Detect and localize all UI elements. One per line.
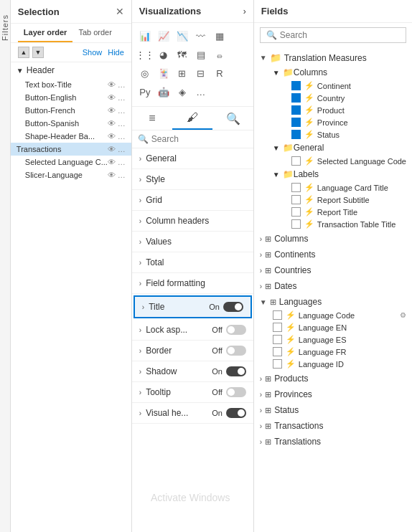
eye-icon[interactable]: 👁 — [108, 119, 116, 128]
eye-icon[interactable]: 👁 — [108, 106, 116, 115]
tree-group-header[interactable]: ▼ ⊞ Languages — [254, 295, 412, 309]
format-item-total[interactable]: › Total — [132, 252, 253, 273]
format-item-shadow[interactable]: › Shadow On — [132, 361, 253, 382]
list-item[interactable]: ⚡ Status — [263, 128, 412, 141]
sub-group-header[interactable]: ▼ 📁 General — [263, 141, 412, 155]
viz-icon-python[interactable]: Py — [136, 83, 154, 100]
viz-icon-line[interactable]: 📉 — [174, 27, 191, 44]
checkbox[interactable] — [291, 81, 301, 90]
viz-icon-r-visual[interactable]: R — [211, 65, 228, 82]
list-item[interactable]: Text box-Title 👁 … — [11, 78, 131, 91]
tab-tab-order[interactable]: Tab order — [72, 24, 117, 42]
border-toggle-pill[interactable] — [226, 346, 246, 356]
list-item[interactable]: ⚡ Selected Language Code — [263, 155, 412, 167]
viz-icon-scatter[interactable]: ⋮⋮ — [136, 46, 154, 63]
list-item[interactable]: Slicer-Language 👁 … — [11, 168, 131, 181]
eye-icon[interactable]: 👁 — [108, 145, 116, 153]
viz-icon-map[interactable]: 🗺 — [174, 46, 191, 63]
viz-icon-area[interactable]: 〰 — [192, 27, 210, 44]
viz-search-input[interactable] — [151, 134, 259, 144]
hide-button[interactable]: Hide — [108, 48, 124, 57]
list-item[interactable]: ⚡ Province — [263, 116, 412, 128]
more-icon[interactable]: … — [118, 158, 126, 166]
checkbox[interactable] — [273, 335, 282, 344]
tree-group-header[interactable]: › ⊞ Status — [254, 403, 412, 417]
eye-icon[interactable]: 👁 — [108, 80, 116, 89]
format-item-lock-aspect[interactable]: › Lock asp... Off — [132, 320, 253, 341]
list-item[interactable]: ⚡ Product — [263, 104, 412, 116]
list-item[interactable]: ⚡ Continent — [263, 80, 412, 92]
field-action-icon[interactable]: ⚙ — [400, 311, 406, 319]
viz-icon-shape[interactable]: ◈ — [174, 83, 191, 100]
list-item[interactable]: ⚡ Report Title — [263, 206, 412, 218]
list-item[interactable]: ⚡ Country — [263, 92, 412, 104]
format-item-tooltip[interactable]: › Tooltip Off — [132, 382, 253, 403]
viz-tab-analytics[interactable]: 🔍 — [212, 107, 253, 130]
viz-icon-combo[interactable]: ▦ — [211, 27, 228, 44]
format-item-title[interactable]: › Title On — [134, 295, 252, 318]
viz-icon-card[interactable]: 🃏 — [155, 65, 172, 82]
eye-icon[interactable]: 👁 — [108, 93, 116, 102]
title-toggle-pill[interactable] — [223, 302, 243, 312]
checkbox[interactable] — [291, 183, 301, 192]
list-item[interactable]: ⚡ Report Subtitle — [263, 194, 412, 206]
checkbox[interactable] — [291, 118, 301, 127]
viz-icon-gauge[interactable]: ◎ — [136, 65, 154, 82]
checkbox[interactable] — [273, 310, 282, 320]
format-item-general[interactable]: › General — [132, 148, 253, 169]
checkbox[interactable] — [291, 219, 301, 229]
viz-icon-more[interactable]: … — [192, 83, 210, 100]
checkbox[interactable] — [291, 105, 301, 115]
format-item-grid[interactable]: › Grid — [132, 190, 253, 211]
checkbox[interactable] — [291, 195, 301, 204]
viz-icon-treemap[interactable]: ▤ — [192, 46, 210, 63]
tree-group-header[interactable]: › ⊞ Transactions — [254, 419, 412, 433]
format-item-values[interactable]: › Values — [132, 232, 253, 252]
eye-icon[interactable]: 👁 — [108, 171, 116, 179]
more-icon[interactable]: … — [118, 106, 126, 115]
fields-search-input[interactable] — [280, 30, 400, 40]
visual-header-toggle-pill[interactable] — [226, 408, 246, 418]
more-icon[interactable]: … — [118, 132, 126, 141]
more-icon[interactable]: … — [118, 80, 126, 89]
viz-tab-fields[interactable]: ≡ — [132, 107, 172, 130]
list-item[interactable]: ⚡ Language Card Title — [263, 181, 412, 194]
sub-group-header[interactable]: ▼ 📁 Columns — [263, 65, 412, 80]
more-icon[interactable]: … — [118, 171, 126, 179]
checkbox[interactable] — [291, 130, 301, 139]
sub-group-header[interactable]: ▼ 📁 Labels — [263, 167, 412, 181]
viz-tab-format[interactable]: 🖌 — [172, 107, 212, 130]
arrow-up-button[interactable]: ▲ — [18, 47, 29, 58]
checkbox[interactable] — [291, 207, 301, 217]
viz-icon-funnel[interactable]: ⏛ — [211, 46, 228, 63]
list-item[interactable]: ⚡ Language Code ⚙ — [254, 309, 412, 321]
more-icon[interactable]: … — [118, 145, 126, 153]
list-item[interactable]: Button-English 👁 … — [11, 91, 131, 104]
list-item-transactions[interactable]: Transactions 👁 … — [11, 143, 131, 156]
checkbox[interactable] — [273, 347, 282, 356]
tree-group-header[interactable]: › ⊞ Provinces — [254, 387, 412, 402]
list-item[interactable]: Button-Spanish 👁 … — [11, 117, 131, 130]
checkbox[interactable] — [291, 156, 301, 166]
format-item-field-formatting[interactable]: › Field formatting — [132, 273, 253, 294]
layer-group-header[interactable]: ▼ Header — [11, 62, 131, 78]
list-item[interactable]: ⚡ Language ID — [254, 358, 412, 370]
show-button[interactable]: Show — [83, 48, 103, 57]
eye-icon[interactable]: 👁 — [108, 132, 116, 141]
format-item-border[interactable]: › Border Off — [132, 341, 253, 361]
list-item[interactable]: ⚡ Transaction Table Title — [263, 218, 412, 230]
shadow-toggle-pill[interactable] — [226, 366, 246, 376]
tree-group-header[interactable]: › ⊞ Dates — [254, 279, 412, 293]
list-item[interactable]: Shape-Header Ba... 👁 … — [11, 130, 131, 143]
tooltip-toggle-pill[interactable] — [226, 387, 246, 397]
more-icon[interactable]: … — [118, 93, 126, 102]
tab-layer-order[interactable]: Layer order — [18, 24, 73, 42]
format-item-style[interactable]: › Style — [132, 169, 253, 190]
checkbox[interactable] — [291, 93, 301, 103]
tree-group-header[interactable]: ▼ 📁 Translation Measures — [254, 50, 412, 65]
arrow-down-button[interactable]: ▼ — [32, 47, 44, 58]
viz-icon-pie[interactable]: ◕ — [155, 46, 172, 63]
viz-icon-matrix[interactable]: ⊟ — [192, 65, 210, 82]
eye-icon[interactable]: 👁 — [108, 158, 116, 166]
list-item[interactable]: Button-French 👁 … — [11, 104, 131, 117]
